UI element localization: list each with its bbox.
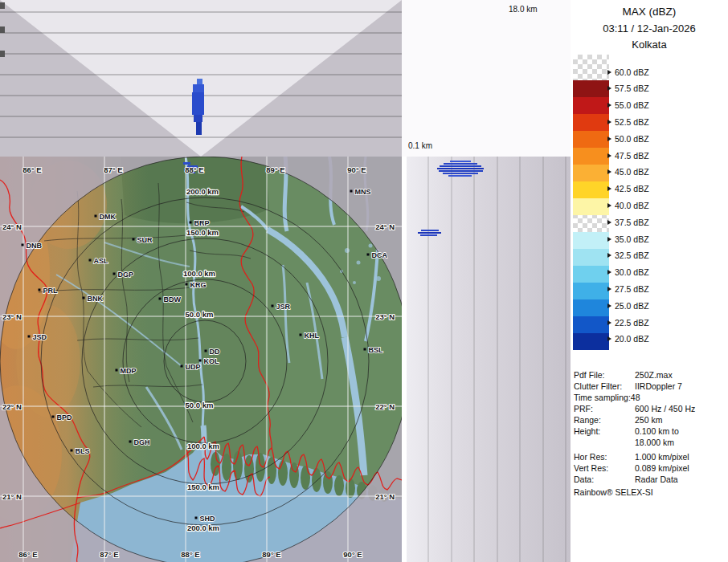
dbz-band-47.5 <box>573 148 609 165</box>
scale-arrow-icon <box>607 270 611 275</box>
dbz-scale-label: 60.0 dBZ <box>607 66 649 78</box>
reflectivity-echo <box>418 232 441 234</box>
city-dot <box>272 305 274 307</box>
lon-label: 86° E <box>22 165 41 174</box>
city-dot <box>190 222 192 224</box>
scale-arrow-icon <box>607 86 611 91</box>
station-name: Kolkata <box>571 39 728 51</box>
city-label: SUR <box>137 236 153 244</box>
city-dot <box>113 273 116 275</box>
city-dot <box>181 365 183 368</box>
dbz-band-32.5 <box>573 249 609 266</box>
range-ring-label: 100.0 km <box>187 442 219 450</box>
lon-label: 89° E <box>266 165 284 174</box>
dbz-scale-label: 20.0 dBZ <box>607 333 649 345</box>
city-dot <box>71 450 73 452</box>
scale-arrow-icon <box>607 103 611 108</box>
scale-arrow-icon <box>607 336 611 341</box>
city-label: MDP <box>121 367 137 375</box>
metadata-row: Vert Res:0.089 km/pixel <box>574 463 695 474</box>
metadata-row: Clutter Filter:IIRDoppler 7 <box>574 381 695 393</box>
dbz-scale-label: 40.0 dBZ <box>607 199 649 211</box>
reflectivity-echo <box>192 92 204 115</box>
radar-map-panel: 200.0 km150.0 km100.0 km50.0 km50.0 km10… <box>0 157 402 562</box>
city-label: SHD <box>200 515 216 523</box>
city-label: BPD <box>57 413 73 422</box>
dbz-scale-label: 37.5 dBZ <box>607 216 649 228</box>
dbz-band-45.0 <box>573 165 609 181</box>
city-label: KRG <box>190 281 207 289</box>
dbz-scale-label: 42.5 dBZ <box>607 183 649 195</box>
range-ring-label: 50.0 km <box>186 310 214 319</box>
metadata-row: Hor Res:1.000 km/pixel <box>574 452 695 463</box>
metadata-row: Range:250 km <box>574 415 695 426</box>
dbz-band-22.5 <box>573 316 609 333</box>
city-dot <box>186 283 188 286</box>
dbz-band-52.5 <box>573 114 609 131</box>
dbz-scale-label: 25.0 dBZ <box>607 299 649 312</box>
lat-label: 23° N <box>2 312 22 321</box>
reflectivity-echo <box>420 234 437 236</box>
city-dot <box>159 298 162 300</box>
city-dot <box>89 259 92 262</box>
reflectivity-echo <box>450 161 471 162</box>
scale-arrow-icon <box>607 237 611 242</box>
dbz-scale-label: 47.5 dBZ <box>607 149 649 161</box>
city-label: BLS <box>76 447 90 455</box>
metadata-row: Height:0.100 km to <box>574 426 695 438</box>
lon-label: 90° E <box>343 550 362 559</box>
dbz-scale-label: 35.0 dBZ <box>607 233 649 245</box>
lon-label: 88° E <box>185 165 203 174</box>
scale-arrow-icon <box>607 136 611 141</box>
reflectivity-echo <box>440 165 481 167</box>
scale-arrow-icon <box>607 303 611 308</box>
radar-map-canvas: 200.0 km150.0 km100.0 km50.0 km50.0 km10… <box>0 157 402 562</box>
dbz-scale-label: 50.0 dBZ <box>607 132 649 145</box>
dbz-band-55.0 <box>573 97 609 114</box>
dbz-band-35.0 <box>573 232 609 249</box>
reflectivity-echo <box>421 230 439 231</box>
dbz-band-42.5 <box>573 181 609 198</box>
city-label: DMK <box>100 213 117 221</box>
city-dot <box>364 348 366 351</box>
dbz-scale-label: 30.0 dBZ <box>607 267 649 279</box>
city-label: ASL <box>94 257 109 265</box>
dbz-band-50.0 <box>573 131 609 148</box>
scale-arrow-icon <box>607 220 611 225</box>
city-label: BRP <box>194 219 210 227</box>
scale-arrow-icon <box>607 186 611 191</box>
city-dot <box>83 297 85 299</box>
software-name: Rainbow® SELEX-SI <box>574 487 653 497</box>
dbz-band-30.0 <box>573 266 609 283</box>
lon-label: 86° E <box>18 550 37 559</box>
city-dot <box>199 360 202 362</box>
top-projection-canvas <box>0 0 402 157</box>
city-dot <box>195 517 198 519</box>
metadata-row: Time sampling:48 <box>574 393 695 404</box>
city-label: KOL <box>204 357 220 365</box>
city-dot <box>205 350 207 352</box>
reflectivity-echo <box>193 84 204 92</box>
dbz-scale-label: 55.0 dBZ <box>607 100 649 112</box>
range-ring-label: 200.0 km <box>187 523 219 532</box>
dbz-band-57.5 <box>573 80 609 97</box>
product-datetime: 03:11 / 12-Jan-2026 <box>571 22 728 35</box>
city-label: DD <box>210 348 220 356</box>
metadata-row: Pdf File:250Z.max <box>574 370 695 381</box>
reflectivity-echo <box>194 115 202 122</box>
lat-label: 24° N <box>2 222 22 231</box>
dbz-band-40.0 <box>573 198 609 215</box>
reflectivity-echo <box>197 79 202 84</box>
reflectivity-echo <box>444 163 477 165</box>
city-label: BDW <box>164 295 182 303</box>
lon-label: 89° E <box>262 550 280 559</box>
lat-label: 22° N <box>2 402 22 411</box>
lon-label: 87° E <box>104 165 122 174</box>
dbz-colorbar <box>573 55 609 350</box>
city-label: DGH <box>134 438 150 446</box>
lat-label: 21° N <box>2 492 22 501</box>
city-dot <box>350 190 353 193</box>
range-ring-label: 50.0 km <box>186 401 214 409</box>
legend-panel: MAX (dBZ) 03:11 / 12-Jan-2026 Kolkata 60… <box>571 0 728 562</box>
city-label: KHL <box>305 332 320 340</box>
